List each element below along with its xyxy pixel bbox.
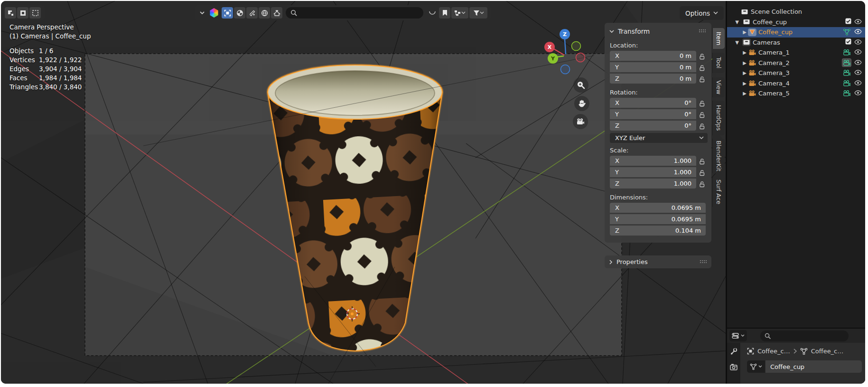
visibility-eye-icon[interactable] — [854, 90, 862, 97]
collection-checkbox[interactable] — [845, 38, 851, 46]
camera-data-icon-active[interactable] — [842, 58, 851, 67]
expand-arrow[interactable]: ▼ — [734, 40, 740, 45]
rotation-x-field[interactable]: X0° — [610, 98, 696, 108]
outliner-row-camera-4[interactable]: ▶ Camera_4 — [727, 78, 865, 89]
outliner-row-coffee-cup-mesh[interactable]: ▶ Coffee_cup — [727, 27, 865, 38]
properties-subpanel-header[interactable]: Properties — [605, 255, 711, 268]
scale-x-field[interactable]: X1.000 — [610, 156, 696, 166]
scale-z-field[interactable]: Z1.000 — [610, 179, 696, 189]
asset-search-input[interactable] — [286, 7, 423, 19]
asset-filter-hdr-button[interactable] — [259, 7, 270, 19]
gizmo-axis-z[interactable]: Z — [560, 29, 570, 39]
camera-data-icon[interactable] — [842, 69, 851, 77]
tab-surface[interactable]: Surf Ace — [712, 177, 725, 207]
camera-data-icon[interactable] — [842, 89, 851, 98]
breadcrumb-object-name[interactable]: Coffee_c… — [757, 348, 790, 355]
properties-search-input[interactable] — [760, 330, 849, 341]
gizmo-axis-y[interactable]: Y — [548, 53, 558, 64]
camera-data-icon[interactable] — [842, 79, 851, 87]
visibility-eye-icon[interactable] — [854, 39, 862, 46]
3d-viewport[interactable]: Z X Y — [1, 1, 726, 384]
gizmo-axis-x[interactable]: X — [544, 42, 555, 52]
asset-filter-scene-button[interactable] — [271, 7, 282, 19]
editor-type-selector[interactable] — [729, 330, 747, 341]
lock-icon[interactable] — [696, 170, 708, 176]
camera-view-button[interactable] — [573, 114, 588, 129]
outliner-row-scene-collection[interactable]: Scene Collection — [727, 7, 865, 17]
tab-hardops[interactable]: HardOps — [712, 101, 725, 135]
dimensions-z-field[interactable]: Z0.104 m — [610, 226, 706, 236]
dimensions-x-field[interactable]: X0.0695 m — [610, 203, 706, 213]
location-y-field[interactable]: Y0 m — [610, 62, 696, 72]
location-z-field[interactable]: Z0 m — [610, 74, 696, 84]
search-history-button[interactable] — [427, 7, 438, 19]
visibility-eye-icon[interactable] — [854, 49, 862, 56]
location-x-field[interactable]: X0 m — [610, 51, 696, 61]
transform-panel-header[interactable]: Transform — [605, 26, 711, 38]
lock-icon[interactable] — [696, 112, 708, 118]
render-tab-icon[interactable] — [730, 363, 737, 372]
rotation-mode-dropdown[interactable]: XYZ Euler — [610, 133, 708, 143]
rotation-z-field[interactable]: Z0° — [610, 121, 696, 131]
stat-row: Edges3,904 / 3,904 — [9, 65, 82, 74]
mesh-data-icon[interactable] — [842, 28, 851, 37]
bookmarks-button[interactable] — [439, 7, 450, 19]
gizmo-axis-neg-y[interactable] — [572, 42, 581, 51]
datablock-type-button[interactable] — [747, 360, 765, 373]
panel-drag-grip[interactable] — [699, 29, 707, 33]
gizmo-axis-neg-x[interactable] — [576, 53, 585, 62]
outliner-row-camera-2[interactable]: ▶ Camera_2 — [727, 58, 865, 68]
expand-arrow[interactable]: ▶ — [741, 70, 748, 76]
panel-drag-grip[interactable] — [700, 260, 708, 264]
outliner-row-camera-5[interactable]: ▶ Camera_5 — [727, 88, 865, 99]
tab-tool[interactable]: Tool — [712, 53, 725, 73]
lock-icon[interactable] — [696, 158, 708, 165]
tweak-select-button[interactable] — [5, 7, 16, 19]
categories-button[interactable] — [451, 7, 468, 19]
visibility-eye-icon[interactable] — [854, 59, 862, 66]
scale-y-field[interactable]: Y1.000 — [610, 167, 696, 177]
lock-icon[interactable] — [696, 181, 708, 188]
expand-arrow[interactable]: ▶ — [741, 60, 748, 66]
tab-blenderkit[interactable]: BlenderKit — [712, 139, 725, 173]
expand-arrow[interactable]: ▶ — [741, 81, 748, 86]
pan-button[interactable] — [574, 96, 589, 111]
visibility-eye-icon[interactable] — [854, 19, 862, 26]
box-select-button[interactable] — [17, 7, 28, 19]
expand-arrow[interactable]: ▶ — [741, 29, 748, 35]
dimensions-y-field[interactable]: Y0.0695 m — [610, 214, 706, 224]
camera-data-icon[interactable] — [842, 48, 851, 57]
options-button[interactable]: Options — [680, 6, 724, 20]
visibility-eye-icon[interactable] — [854, 69, 862, 76]
breadcrumb-data-name[interactable]: Coffee_c… — [811, 348, 844, 355]
outliner-row-cameras-collection[interactable]: ▼ Cameras — [727, 38, 865, 48]
lock-icon[interactable] — [696, 76, 708, 83]
lock-icon[interactable] — [696, 100, 708, 107]
zoom-button[interactable] — [573, 77, 588, 93]
lock-icon[interactable] — [696, 123, 708, 130]
lock-icon[interactable] — [696, 53, 708, 60]
outliner-row-camera-3[interactable]: ▶ Camera_3 — [727, 68, 865, 78]
blenderkit-logo-icon[interactable] — [209, 8, 219, 18]
header-collapse-chevron-icon[interactable] — [199, 11, 205, 15]
tab-view[interactable]: View — [712, 77, 725, 97]
lock-icon[interactable] — [696, 65, 708, 71]
datablock-name-field[interactable]: Coffee_cup — [765, 360, 862, 373]
marquee-select-button[interactable] — [29, 7, 41, 19]
outliner-row-camera-1[interactable]: ▶ Camera_1 — [727, 47, 865, 58]
expand-arrow[interactable]: ▶ — [741, 50, 748, 55]
asset-filter-material-button[interactable] — [234, 7, 245, 19]
tool-tab-icon[interactable] — [730, 348, 737, 357]
tab-item[interactable]: Item — [712, 28, 725, 49]
rotation-y-field[interactable]: Y0° — [610, 109, 696, 119]
asset-filter-brush-button[interactable] — [246, 7, 258, 19]
gizmo-axis-neg-z[interactable] — [561, 65, 570, 74]
outliner-row-coffee-cup-collection[interactable]: ▼ Coffee_cup — [727, 17, 865, 28]
asset-filter-model-button[interactable] — [222, 7, 233, 19]
expand-arrow[interactable]: ▶ — [741, 91, 748, 96]
visibility-eye-icon[interactable] — [854, 80, 862, 87]
filter-button[interactable] — [469, 7, 487, 19]
collection-checkbox[interactable] — [845, 18, 851, 26]
expand-arrow[interactable]: ▼ — [734, 19, 740, 25]
visibility-eye-icon[interactable] — [854, 28, 862, 36]
